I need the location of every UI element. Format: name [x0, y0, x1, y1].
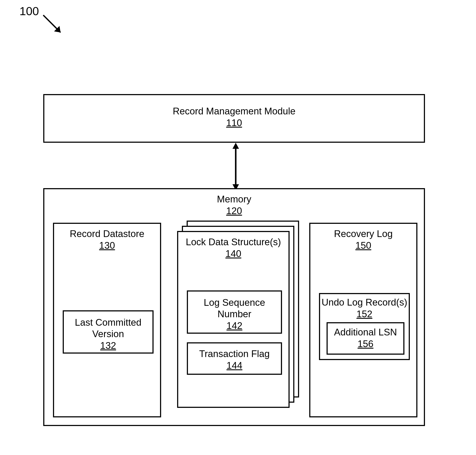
last-committed-version-title: Last Committed Version: [64, 317, 153, 340]
memory-title: Memory: [44, 194, 424, 205]
recovery-log-title: Recovery Log: [310, 228, 416, 240]
log-sequence-number-box: Log Sequence Number 142: [187, 290, 282, 334]
last-committed-version-box: Last Committed Version 132: [63, 310, 153, 354]
recovery-log-ref: 150: [310, 240, 416, 251]
transaction-flag-box: Transaction Flag 144: [187, 342, 282, 375]
lock-data-structure-box: Lock Data Structure(s) 140 Log Sequence …: [177, 231, 290, 408]
record-management-module-ref: 110: [44, 117, 424, 128]
log-sequence-number-title: Log Sequence Number: [188, 297, 281, 320]
additional-lsn-ref: 156: [328, 338, 403, 349]
undo-log-records-ref: 152: [320, 309, 409, 319]
recovery-log-box: Recovery Log 150 Undo Log Record(s) 152 …: [309, 223, 417, 417]
additional-lsn-title: Additional LSN: [328, 326, 403, 338]
memory-box: Memory 120 Record Datastore 130 Last Com…: [43, 188, 425, 426]
last-committed-version-ref: 132: [64, 340, 153, 351]
lock-data-structure-title: Lock Data Structure(s): [178, 236, 289, 248]
lock-data-structure-ref: 140: [178, 248, 289, 259]
figure-reference-arrow: [41, 13, 71, 41]
record-datastore-ref: 130: [54, 240, 160, 251]
memory-ref: 120: [44, 205, 424, 216]
undo-log-records-title: Undo Log Record(s): [320, 297, 409, 308]
transaction-flag-title: Transaction Flag: [188, 348, 281, 360]
bidirectional-connector-arrow: [231, 143, 240, 190]
figure-reference-number: 100: [19, 4, 39, 18]
undo-log-records-box: Undo Log Record(s) 152 Additional LSN 15…: [319, 293, 410, 360]
record-datastore-box: Record Datastore 130 Last Committed Vers…: [53, 223, 161, 417]
additional-lsn-box: Additional LSN 156: [327, 322, 404, 355]
record-management-module-title: Record Management Module: [44, 106, 424, 117]
transaction-flag-ref: 144: [188, 360, 281, 371]
record-datastore-title: Record Datastore: [54, 228, 160, 240]
log-sequence-number-ref: 142: [188, 320, 281, 331]
record-management-module-box: Record Management Module 110: [43, 94, 425, 143]
svg-marker-3: [233, 143, 239, 149]
